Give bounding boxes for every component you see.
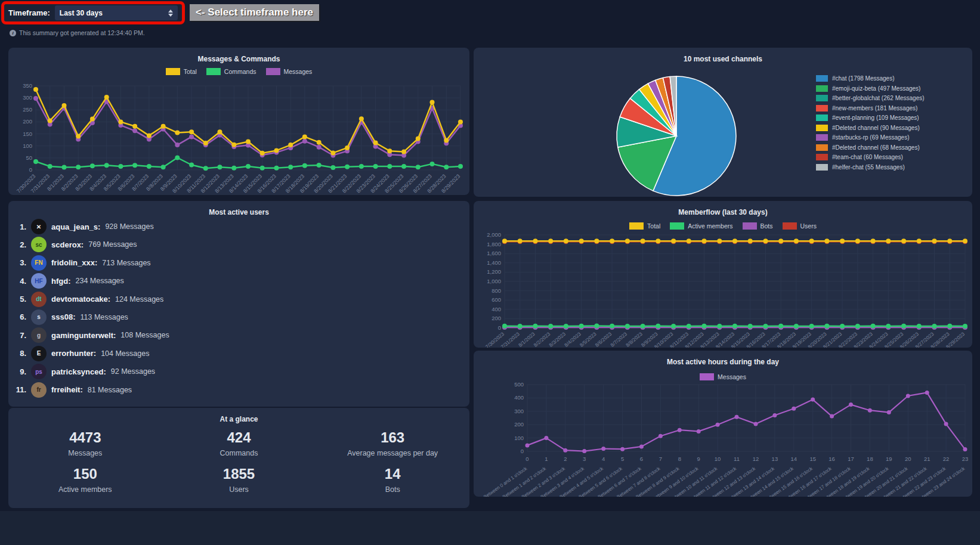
- stat-block: 163Average messages per day: [316, 429, 469, 457]
- legend-item[interactable]: #starbucks-rp (69 Messages): [816, 134, 925, 141]
- svg-text:0: 0: [521, 448, 524, 454]
- at-a-glance-grid: 4473Messages424Commands163Average messag…: [8, 429, 469, 494]
- legend-item[interactable]: #Deleted channel (68 Messages): [816, 144, 925, 151]
- svg-text:20: 20: [905, 456, 911, 462]
- user-rank: 2.: [16, 240, 26, 249]
- user-message-count: 113 Messages: [80, 313, 128, 321]
- info-icon: i: [10, 30, 16, 36]
- svg-text:400: 400: [491, 306, 501, 312]
- user-row: 1.✕aqua_jean_s:928 Messages: [16, 219, 462, 234]
- user-avatar: s: [31, 309, 47, 325]
- legend-item[interactable]: #emoji-quiz-beta (497 Messages): [816, 85, 925, 92]
- svg-text:1: 1: [545, 456, 548, 462]
- timeframe-highlight-box: Timeframe: Last 30 days: [1, 1, 185, 24]
- svg-text:14: 14: [791, 456, 797, 462]
- svg-text:17: 17: [848, 456, 854, 462]
- legend-label: #starbucks-rp (69 Messages): [832, 134, 910, 141]
- svg-text:8: 8: [678, 456, 681, 462]
- legend-item[interactable]: #chat (1798 Messages): [816, 75, 925, 82]
- legend-label: #Deleted channel (68 Messages): [832, 144, 920, 151]
- user-name: scderox:: [51, 240, 84, 249]
- legend-swatch: [816, 164, 828, 171]
- svg-text:12: 12: [753, 456, 759, 462]
- legend-item[interactable]: #Deleted channel (90 Messages): [816, 125, 925, 131]
- legend-label: #team-chat (60 Messages): [832, 154, 903, 160]
- messages-commands-panel: Messages & Commands TotalCommandsMessage…: [8, 48, 469, 195]
- timeframe-label: Timeframe:: [8, 8, 50, 17]
- legend-item[interactable]: #event-planning (109 Messages): [816, 114, 925, 121]
- legend-swatch: [816, 154, 828, 160]
- legend-label: #Deleted channel (90 Messages): [832, 125, 920, 131]
- stat-block: 1855Users: [162, 466, 316, 494]
- legend-swatch: [816, 114, 828, 121]
- svg-text:5: 5: [621, 456, 624, 462]
- user-rank: 3.: [16, 258, 26, 267]
- user-avatar: sc: [31, 237, 47, 252]
- channels-pie-legend: #chat (1798 Messages)#emoji-quiz-beta (4…: [816, 75, 925, 171]
- legend-label: #chat (1798 Messages): [832, 75, 895, 82]
- svg-text:4: 4: [602, 456, 605, 462]
- svg-text:3: 3: [583, 456, 586, 462]
- stat-block: 4473Messages: [8, 429, 162, 457]
- svg-text:16: 16: [828, 456, 835, 462]
- legend-item[interactable]: #helfer-chat (55 Messages): [816, 164, 925, 171]
- user-name: fridolin_xxx:: [51, 258, 97, 267]
- stat-block: 150Active members: [8, 466, 162, 494]
- svg-text:18: 18: [867, 456, 873, 462]
- legend-swatch: [816, 75, 828, 82]
- svg-text:10: 10: [715, 456, 721, 462]
- most-active-users-title: Most active users: [8, 208, 469, 216]
- svg-text:100: 100: [514, 435, 524, 441]
- user-name: hfgd:: [51, 277, 70, 286]
- timeframe-selected-value: Last 30 days: [60, 9, 103, 17]
- svg-text:350: 350: [23, 82, 32, 89]
- generated-note-row: i This summary got generated at 12:34:40…: [10, 29, 145, 36]
- page-footer-strip: [0, 511, 980, 545]
- stat-value: 14: [316, 466, 469, 482]
- legend-swatch: [816, 125, 828, 131]
- user-row: 2.scscderox:769 Messages: [16, 237, 462, 252]
- svg-text:1,200: 1,200: [487, 268, 501, 275]
- svg-text:100: 100: [23, 143, 32, 149]
- stat-block: 14Bots: [316, 466, 469, 494]
- user-rank: 5.: [16, 295, 26, 304]
- svg-text:400: 400: [514, 394, 524, 401]
- svg-text:0: 0: [498, 324, 501, 331]
- stat-block: 424Commands: [162, 429, 316, 457]
- stat-value: 163: [316, 429, 469, 446]
- user-avatar: fr: [31, 382, 47, 398]
- channels-pie-panel: 10 most used channels #chat (1798 Messag…: [474, 48, 972, 197]
- user-message-count: 713 Messages: [102, 259, 150, 267]
- user-row: 9.pspatricksynced:92 Messages: [16, 364, 462, 379]
- svg-text:250: 250: [23, 106, 32, 113]
- stat-label: Users: [162, 485, 316, 494]
- at-a-glance-title: At a glance: [8, 415, 469, 423]
- user-row: 8.Eerrorhunter:104 Messages: [16, 346, 462, 361]
- legend-label: #new-members (181 Messages): [832, 105, 917, 112]
- user-avatar: ✕: [31, 219, 47, 234]
- legend-label: #event-planning (109 Messages): [832, 114, 919, 121]
- legend-item[interactable]: #better-globalchat (262 Messages): [816, 95, 925, 101]
- legend-swatch: [816, 95, 828, 101]
- messages-commands-chart: 0501001502002503003507/30/20237/31/20238…: [8, 48, 469, 197]
- legend-label: #better-globalchat (262 Messages): [832, 95, 925, 101]
- user-row: 3.FNfridolin_xxx:713 Messages: [16, 255, 462, 271]
- svg-text:1,000: 1,000: [487, 278, 501, 284]
- legend-swatch: [816, 134, 828, 141]
- svg-text:500: 500: [514, 381, 524, 388]
- svg-text:23: 23: [962, 456, 969, 462]
- timeframe-select[interactable]: Last 30 days: [55, 5, 178, 20]
- user-name: errorhunter:: [51, 349, 96, 358]
- legend-item[interactable]: #team-chat (60 Messages): [816, 154, 925, 160]
- select-arrows-icon: [168, 10, 173, 17]
- svg-text:1,600: 1,600: [487, 250, 501, 256]
- user-message-count: 928 Messages: [105, 222, 153, 231]
- generated-note: This summary got generated at 12:34:40 P…: [19, 29, 145, 36]
- legend-item[interactable]: #new-members (181 Messages): [816, 105, 925, 112]
- svg-text:2,000: 2,000: [487, 231, 501, 238]
- active-hours-panel: Most active hours during the day Message…: [474, 351, 972, 497]
- most-active-users-list: 1.✕aqua_jean_s:928 Messages2.scscderox:7…: [16, 219, 462, 398]
- user-name: frreiheit:: [51, 385, 83, 394]
- user-rank: 7.: [16, 331, 26, 340]
- stat-value: 424: [162, 429, 316, 446]
